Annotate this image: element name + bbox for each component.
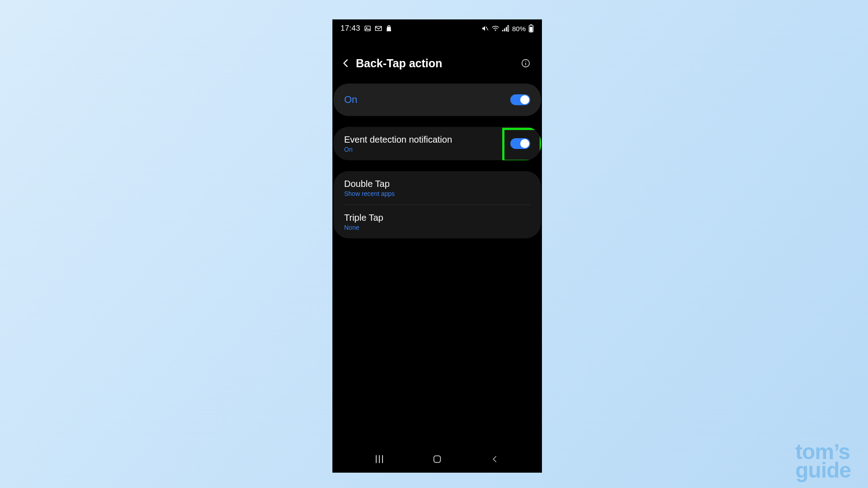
info-button[interactable]: [517, 54, 535, 72]
event-detection-card: Event detection notification On: [333, 127, 541, 160]
double-tap-sub: Show recent apps: [344, 190, 395, 197]
svg-rect-7: [508, 26, 509, 32]
status-time: 17:43: [341, 24, 360, 33]
event-detection-sub: On: [344, 146, 452, 153]
battery-icon: [528, 24, 534, 33]
watermark-logo: tom’s guide: [795, 443, 851, 480]
page-header: Back-Tap action: [332, 48, 542, 76]
triple-tap-sub: None: [344, 224, 383, 231]
status-left: 17:43: [341, 24, 392, 33]
shopping-bag-icon: [386, 25, 392, 32]
triple-tap-title: Triple Tap: [344, 212, 383, 223]
double-tap-row[interactable]: Double Tap Show recent apps: [333, 171, 541, 204]
nav-recents-button[interactable]: [366, 450, 393, 468]
svg-line-2: [486, 27, 488, 30]
battery-percent: 80%: [512, 25, 526, 33]
mute-icon: [481, 25, 489, 32]
nav-home-button[interactable]: [424, 450, 451, 468]
triple-tap-row[interactable]: Triple Tap None: [333, 205, 541, 238]
event-detection-row[interactable]: Event detection notification On: [333, 127, 541, 160]
image-icon: [364, 25, 371, 32]
master-toggle-switch[interactable]: [510, 94, 530, 105]
status-right: 80%: [481, 24, 534, 33]
signal-icon: [502, 25, 509, 32]
svg-rect-10: [530, 24, 532, 25]
svg-point-3: [495, 31, 496, 32]
watermark-line2: guide: [795, 461, 851, 480]
svg-rect-6: [506, 27, 507, 32]
svg-point-13: [525, 61, 526, 62]
phone-screen: 17:43: [332, 19, 542, 473]
tap-actions-card: Double Tap Show recent apps Triple Tap N…: [333, 171, 541, 238]
svg-rect-17: [434, 456, 441, 463]
gmail-icon: [375, 26, 382, 31]
back-button[interactable]: [337, 54, 355, 72]
event-detection-switch[interactable]: [510, 138, 530, 149]
svg-point-1: [366, 27, 367, 28]
stage: 17:43: [0, 0, 868, 488]
svg-rect-4: [502, 30, 503, 31]
master-toggle-label: On: [344, 94, 357, 106]
event-detection-title: Event detection notification: [344, 134, 452, 145]
double-tap-title: Double Tap: [344, 178, 395, 189]
master-toggle-card: On: [333, 84, 541, 116]
svg-rect-9: [530, 27, 532, 32]
svg-rect-5: [504, 28, 505, 31]
page-title: Back-Tap action: [356, 57, 442, 70]
master-toggle-row[interactable]: On: [333, 84, 541, 116]
status-bar: 17:43: [332, 19, 542, 37]
nav-back-button[interactable]: [481, 450, 509, 468]
wifi-icon: [491, 25, 499, 32]
navigation-bar: [332, 446, 542, 473]
svg-rect-0: [365, 26, 370, 31]
